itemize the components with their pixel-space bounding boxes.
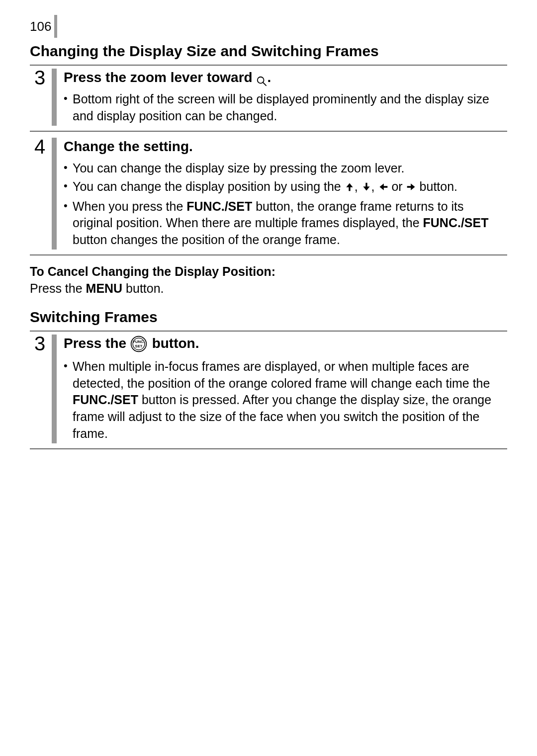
step-content: Press the FUNC. SET button. When multipl… [64, 334, 507, 444]
func-set-icon: FUNC. SET [130, 336, 148, 353]
section-title-1: Changing the Display Size and Switching … [30, 43, 507, 60]
step-title-text-pre: Press the [64, 336, 130, 351]
text: button. [416, 179, 457, 193]
step-title-text-post: . [267, 70, 271, 85]
step-title: Press the FUNC. SET button. [64, 335, 507, 353]
step-content: Change the setting. You can change the d… [64, 137, 507, 251]
text: When multiple in-focus frames are displa… [73, 359, 490, 390]
right-arrow-icon [406, 179, 416, 196]
text: or [388, 179, 406, 193]
bullet-item: When multiple in-focus frames are displa… [64, 358, 507, 442]
text-bold: FUNC./SET [73, 393, 138, 407]
divider [30, 131, 507, 132]
bullet-item: You can change the display position by u… [64, 178, 507, 196]
bullet-list: When multiple in-focus frames are displa… [64, 358, 507, 442]
cancel-note: To Cancel Changing the Display Position:… [30, 263, 507, 297]
step-title: Press the zoom lever toward . [64, 69, 507, 86]
text: , [371, 179, 378, 193]
note-title: To Cancel Changing the Display Position: [30, 263, 507, 280]
step-number: 4 [30, 137, 50, 251]
text: When you press the [73, 199, 186, 213]
step-number: 3 [30, 68, 50, 127]
step-number: 3 [30, 334, 50, 444]
step-title-text-post: button. [152, 336, 199, 351]
step-title-text-pre: Press the zoom lever toward [64, 70, 256, 85]
svg-text:SET: SET [135, 344, 142, 348]
page-number-block: 106 [30, 15, 507, 38]
text: You can change the display position by u… [73, 179, 345, 193]
bullet-list: You can change the display size by press… [64, 160, 507, 249]
note-body: Press the MENU button. [30, 280, 507, 297]
text: , [355, 179, 361, 193]
text-bold: FUNC./SET [423, 216, 489, 230]
bullet-item: You can change the display size by press… [64, 160, 507, 177]
step-content: Press the zoom lever toward . Bottom rig… [64, 68, 507, 127]
left-arrow-icon [378, 179, 388, 196]
text-bold: MENU [86, 281, 123, 295]
text: Press the [30, 281, 86, 295]
bullet-list: Bottom right of the screen will be displ… [64, 91, 507, 125]
svg-text:FUNC.: FUNC. [133, 339, 144, 344]
text: button changes the position of the orang… [73, 233, 340, 247]
text: button. [122, 281, 164, 295]
down-arrow-icon [361, 179, 371, 196]
magnify-icon [256, 73, 267, 84]
section-title-2: Switching Frames [30, 309, 507, 326]
page-number: 106 [30, 19, 54, 34]
text-bold: FUNC./SET [186, 199, 252, 213]
step-divider [52, 69, 57, 126]
page-number-divider [54, 15, 57, 38]
step-divider [52, 335, 57, 443]
divider [30, 254, 507, 255]
up-arrow-icon [345, 179, 355, 196]
step-3: 3 Press the zoom lever toward . Bottom r… [30, 66, 507, 131]
step-3b: 3 Press the FUNC. SET button. When multi… [30, 332, 507, 448]
svg-line-1 [263, 82, 266, 85]
page: 106 Changing the Display Size and Switch… [0, 0, 537, 756]
divider [30, 448, 507, 449]
step-4: 4 Change the setting. You can change the… [30, 135, 507, 254]
bullet-item: When you press the FUNC./SET button, the… [64, 198, 507, 249]
step-title: Change the setting. [64, 138, 507, 155]
bullet-item: Bottom right of the screen will be displ… [64, 91, 507, 125]
step-divider [52, 138, 57, 250]
